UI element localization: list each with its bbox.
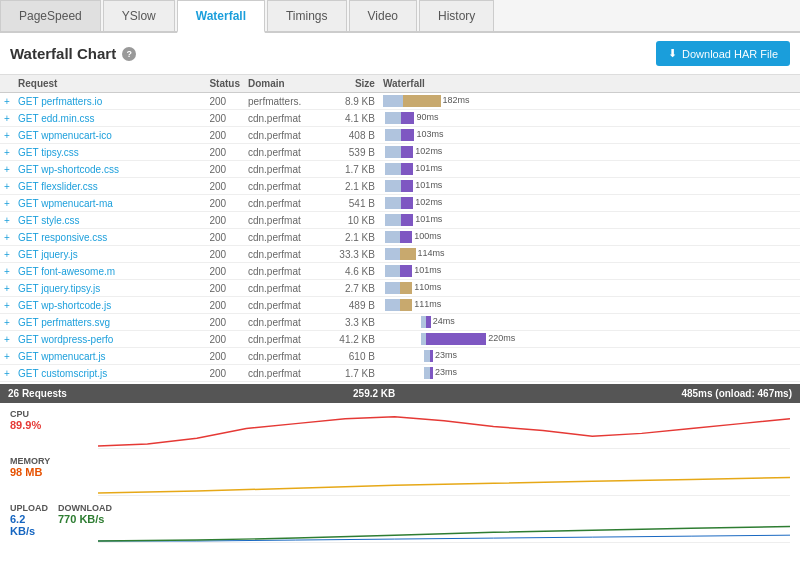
memory-chart-row: MEMORY 98 MB [10, 456, 790, 501]
request-name: GET wordpress-perfo [14, 331, 205, 348]
file-size: 33.3 KB [324, 246, 379, 263]
expand-cell[interactable]: + [0, 246, 14, 263]
table-row: + GET perfmatters.svg 200 cdn.perfmat 3.… [0, 314, 800, 331]
table-row: + GET customscript.js 200 cdn.perfmat 1.… [0, 365, 800, 382]
file-size: 4.1 KB [324, 110, 379, 127]
waterfall-bar-cell: 114ms [379, 246, 800, 263]
domain: cdn.perfmat [244, 297, 324, 314]
waterfall-bar-cell: 182ms [379, 93, 800, 110]
charts-section: CPU 89.9% MEMORY 98 MB UPLOAD 6.2 KB/s [0, 403, 800, 564]
cpu-chart-area [98, 409, 790, 449]
status-code: 200 [205, 195, 244, 212]
expand-cell[interactable]: + [0, 280, 14, 297]
table-row: + GET tipsy.css 200 cdn.perfmat 539 B 10… [0, 144, 800, 161]
tab-timings[interactable]: Timings [267, 0, 347, 31]
memory-label: MEMORY 98 MB [10, 456, 90, 478]
help-icon[interactable]: ? [122, 47, 136, 61]
expand-cell[interactable]: + [0, 110, 14, 127]
file-size: 541 B [324, 195, 379, 212]
table-row: + GET wordpress-perfo 200 cdn.perfmat 41… [0, 331, 800, 348]
upload-download-row: UPLOAD 6.2 KB/s DOWNLOAD 770 KB/s [10, 503, 790, 548]
waterfall-bar-cell: 101ms [379, 161, 800, 178]
domain: cdn.perfmat [244, 280, 324, 297]
waterfall-bar-cell: 101ms [379, 212, 800, 229]
domain: cdn.perfmat [244, 348, 324, 365]
table-row: + GET edd.min.css 200 cdn.perfmat 4.1 KB… [0, 110, 800, 127]
file-size: 2.1 KB [324, 229, 379, 246]
expand-cell[interactable]: + [0, 263, 14, 280]
status-code: 200 [205, 110, 244, 127]
request-name: GET responsive.css [14, 229, 205, 246]
tab-yslow[interactable]: YSlow [103, 0, 175, 31]
expand-cell[interactable]: + [0, 314, 14, 331]
cpu-metric-value: 89.9% [10, 419, 90, 431]
request-name: GET jquery.tipsy.js [14, 280, 205, 297]
waterfall-bar-cell: 110ms [379, 280, 800, 297]
table-row: + GET wpmenucart-ma 200 cdn.perfmat 541 … [0, 195, 800, 212]
domain: cdn.perfmat [244, 229, 324, 246]
tab-history[interactable]: History [419, 0, 494, 31]
expand-cell[interactable]: + [0, 348, 14, 365]
waterfall-bar-cell: 90ms [379, 110, 800, 127]
request-name: GET edd.min.css [14, 110, 205, 127]
cpu-chart-svg [98, 409, 790, 448]
request-name: GET customscript.js [14, 365, 205, 382]
memory-metric-value: 98 MB [10, 466, 90, 478]
table-row: + GET style.css 200 cdn.perfmat 10 KB 10… [0, 212, 800, 229]
file-size: 2.7 KB [324, 280, 379, 297]
request-name: GET jquery.js [14, 246, 205, 263]
status-code: 200 [205, 314, 244, 331]
tab-waterfall[interactable]: Waterfall [177, 0, 265, 33]
tab-bar: PageSpeed YSlow Waterfall Timings Video … [0, 0, 800, 33]
expand-cell[interactable]: + [0, 365, 14, 382]
status-code: 200 [205, 246, 244, 263]
table-row: + GET responsive.css 200 cdn.perfmat 2.1… [0, 229, 800, 246]
header-title-area: Waterfall Chart ? [10, 45, 136, 62]
col-expand-header [0, 75, 14, 93]
domain: cdn.perfmat [244, 314, 324, 331]
request-name: GET style.css [14, 212, 205, 229]
status-code: 200 [205, 280, 244, 297]
download-icon: ⬇ [668, 47, 677, 60]
table-row: + GET perfmatters.io 200 perfmatters. 8.… [0, 93, 800, 110]
expand-cell[interactable]: + [0, 161, 14, 178]
domain: perfmatters. [244, 93, 324, 110]
status-code: 200 [205, 161, 244, 178]
request-name: GET font-awesome.m [14, 263, 205, 280]
waterfall-bar-cell: 23ms [379, 365, 800, 382]
memory-chart-area [98, 456, 790, 496]
waterfall-bar-cell: 25ms [379, 382, 800, 385]
footer-time: 485ms (onload: 467ms) [681, 388, 792, 399]
download-har-button[interactable]: ⬇ Download HAR File [656, 41, 790, 66]
file-size: 2.1 KB [324, 178, 379, 195]
table-row: + GET flexslider.css 200 cdn.perfmat 2.1… [0, 178, 800, 195]
waterfall-bar-cell: 102ms [379, 195, 800, 212]
request-name: GET wpmenucart.js [14, 348, 205, 365]
upload-download-chart-area [98, 503, 790, 543]
domain: cdn.perfmat [244, 331, 324, 348]
request-name: GET wp-shortcode.css [14, 161, 205, 178]
file-size: 3.3 KB [324, 314, 379, 331]
expand-cell[interactable]: + [0, 212, 14, 229]
domain: cdn.perfmat [244, 144, 324, 161]
waterfall-bar-cell: 101ms [379, 178, 800, 195]
expand-cell[interactable]: + [0, 144, 14, 161]
file-size: 408 B [324, 127, 379, 144]
expand-cell[interactable]: + [0, 93, 14, 110]
tab-pagespeed[interactable]: PageSpeed [0, 0, 101, 31]
table-row: + GET wp-shortcode.js 200 cdn.perfmat 48… [0, 297, 800, 314]
domain: cdn.perfmat [244, 195, 324, 212]
upload-download-label: UPLOAD 6.2 KB/s DOWNLOAD 770 KB/s [10, 503, 90, 537]
footer-size: 259.2 KB [353, 388, 395, 399]
expand-cell[interactable]: + [0, 297, 14, 314]
expand-cell[interactable]: + [0, 195, 14, 212]
waterfall-bar-cell: 100ms [379, 229, 800, 246]
domain: cdn.perfmat [244, 246, 324, 263]
expand-cell[interactable]: + [0, 127, 14, 144]
expand-cell[interactable]: + [0, 331, 14, 348]
tab-video[interactable]: Video [349, 0, 417, 31]
file-size: 539 B [324, 144, 379, 161]
request-name: GET tipsy.css [14, 144, 205, 161]
expand-cell[interactable]: + [0, 229, 14, 246]
expand-cell[interactable]: + [0, 178, 14, 195]
